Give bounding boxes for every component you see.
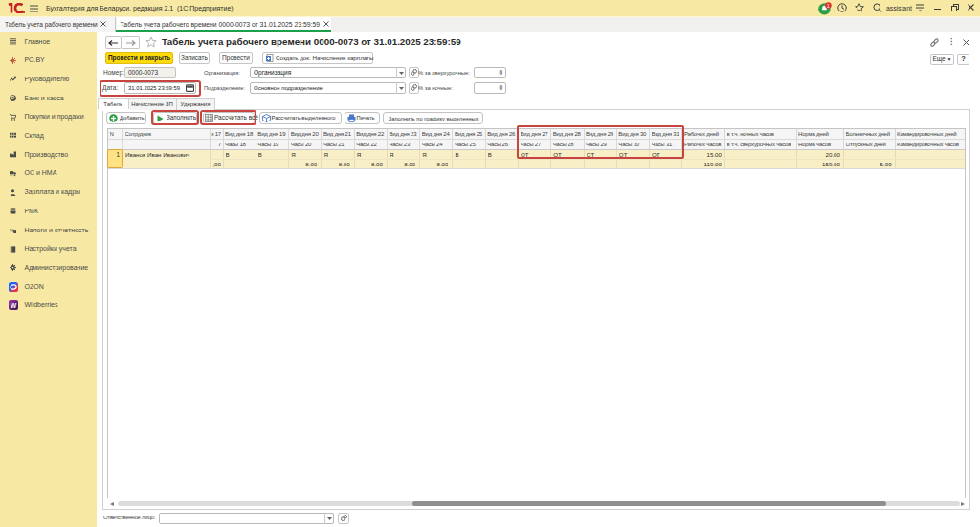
svg-text:1: 1 [827, 3, 830, 9]
svg-text:W: W [10, 302, 16, 309]
